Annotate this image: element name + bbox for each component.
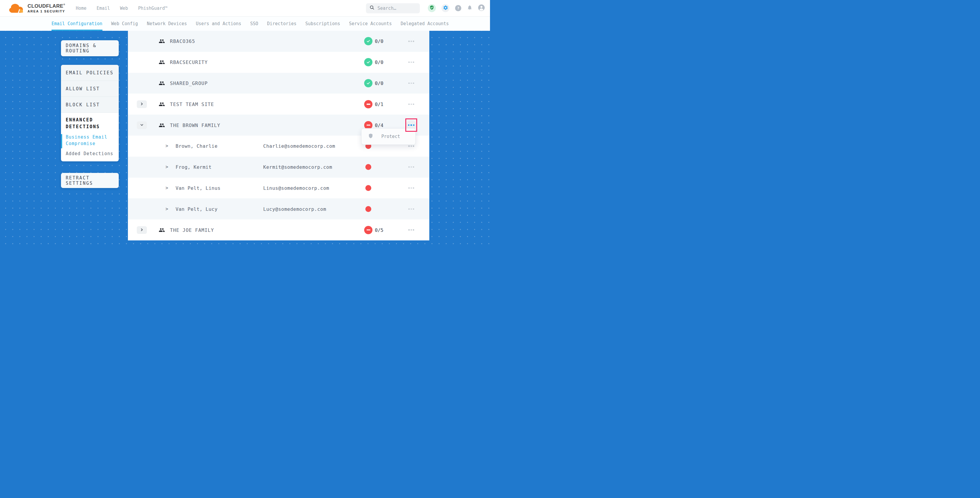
protected-count: 0/0 xyxy=(375,80,383,86)
brand-name: CLOUDFLARE® xyxy=(27,3,65,9)
registered-mark: ® xyxy=(64,3,65,6)
cloudflare-logo[interactable]: CLOUDFLARE® AREA 1 SECURITY xyxy=(9,3,67,14)
status-dot-icon xyxy=(365,206,371,212)
help-button[interactable]: ? xyxy=(455,5,461,11)
status-unprotected-icon xyxy=(364,226,372,234)
sidebar-item-domains-routing[interactable]: DOMAINS & ROUTING xyxy=(66,43,119,54)
secondary-nav: Email Configuration Web Config Network D… xyxy=(0,16,490,31)
group-name: RBACSECURITY xyxy=(170,59,208,65)
sidebar-item-enhanced-detections[interactable]: ENHANCED DETECTIONS xyxy=(66,117,114,130)
expand-row-button[interactable] xyxy=(137,100,147,108)
search-box[interactable] xyxy=(366,3,420,13)
row-menu-button[interactable] xyxy=(406,36,417,46)
nav-email[interactable]: Email xyxy=(97,6,110,11)
sidebar-card-domains-routing[interactable]: DOMAINS & ROUTING xyxy=(61,40,119,56)
directory-table: RBACO365 0/0 RBACSECURITY 0/0 SHARED_GRO… xyxy=(128,31,429,240)
table-row: SHARED_GROUP 0/0 xyxy=(128,73,429,94)
sidebar-item-email-policies[interactable]: EMAIL POLICIES xyxy=(61,65,119,81)
collapse-row-button[interactable] xyxy=(137,121,147,129)
chevron-down-icon xyxy=(140,123,143,127)
status-dot-icon xyxy=(365,164,371,170)
gear-icon xyxy=(443,5,448,11)
sidebar-item-allow-list[interactable]: ALLOW LIST xyxy=(61,81,119,97)
row-menu-button[interactable] xyxy=(406,183,417,193)
user-row-chevron: > xyxy=(165,185,168,191)
table-row: THE JOE FAMILY 0/5 xyxy=(128,220,429,240)
group-name: RBACO365 xyxy=(170,38,195,44)
table-row: RBACSECURITY 0/0 xyxy=(128,52,429,73)
tab-subscriptions[interactable]: Subscriptions xyxy=(305,17,340,31)
chevron-right-icon xyxy=(140,228,143,232)
protected-count: 0/5 xyxy=(375,227,383,233)
sidebar-item-retract-settings[interactable]: RETRACT SETTINGS xyxy=(66,175,119,186)
sidebar-card-policies: EMAIL POLICIES ALLOW LIST BLOCK LIST ENH… xyxy=(61,65,119,161)
row-menu-button[interactable] xyxy=(406,57,417,67)
sidebar-item-business-email-compromise[interactable]: Business Email Compromise xyxy=(66,134,114,147)
nav-web[interactable]: Web xyxy=(120,6,128,11)
user-email: Linus@somedemocorp.com xyxy=(263,185,329,191)
user-email: Charlie@somedemocorp.com xyxy=(263,143,335,149)
row-menu-button[interactable] xyxy=(406,78,417,89)
user-avatar-icon xyxy=(478,5,485,12)
nav-home[interactable]: Home xyxy=(76,6,86,11)
status-dot-icon xyxy=(365,185,371,191)
row-menu-button[interactable] xyxy=(406,204,417,214)
status-unprotected-icon xyxy=(364,100,372,108)
group-name: THE JOE FAMILY xyxy=(170,227,214,233)
tab-sso[interactable]: SSO xyxy=(250,17,258,31)
status-protected-icon xyxy=(364,58,372,66)
table-row: RBACO365 0/0 xyxy=(128,31,429,52)
protected-count: 0/0 xyxy=(375,38,383,44)
sidebar-card-retract-settings[interactable]: RETRACT SETTINGS xyxy=(61,173,119,188)
app-header: CLOUDFLARE® AREA 1 SECURITY Home Email W… xyxy=(0,0,490,16)
row-menu-button[interactable] xyxy=(406,99,417,110)
group-icon xyxy=(159,80,165,86)
table-row: > Frog, Kermit Kermit@somedemocorp.com xyxy=(128,157,429,178)
group-icon xyxy=(159,59,165,65)
user-row-chevron: > xyxy=(165,206,168,212)
tab-users-and-actions[interactable]: Users and Actions xyxy=(196,17,241,31)
table-row: > Van Pelt, Linus Linus@somedemocorp.com xyxy=(128,178,429,199)
status-protected-icon xyxy=(364,37,372,45)
group-icon xyxy=(159,38,165,45)
group-name: TEST TEAM SITE xyxy=(170,101,214,107)
tab-web-config[interactable]: Web Config xyxy=(111,17,138,31)
user-name: Brown, Charlie xyxy=(176,143,218,149)
tab-email-configuration[interactable]: Email Configuration xyxy=(51,17,102,31)
status-protected-icon xyxy=(364,79,372,88)
table-row: > Van Pelt, Lucy Lucy@somedemocorp.com xyxy=(128,198,429,220)
nav-phishguard[interactable]: PhishGuard™ xyxy=(138,6,167,11)
tab-network-devices[interactable]: Network Devices xyxy=(147,17,187,31)
active-item-indicator xyxy=(61,134,62,148)
top-nav: Home Email Web PhishGuard™ xyxy=(76,6,167,11)
question-mark-icon: ? xyxy=(457,6,459,10)
sidebar-item-block-list[interactable]: BLOCK LIST xyxy=(61,97,119,113)
tab-directories[interactable]: Directories xyxy=(267,17,296,31)
sidebar-item-added-detections[interactable]: Added Detections xyxy=(66,150,114,157)
user-name: Van Pelt, Lucy xyxy=(176,206,218,212)
protected-count: 0/4 xyxy=(375,122,383,128)
menu-item-protect[interactable]: Protect xyxy=(381,134,400,139)
tab-service-accounts[interactable]: Service Accounts xyxy=(349,17,392,31)
tab-delegated-accounts[interactable]: Delegated Accounts xyxy=(401,17,449,31)
search-icon xyxy=(369,5,374,11)
row-menu-button[interactable] xyxy=(406,162,417,172)
brand-subtitle: AREA 1 SECURITY xyxy=(27,10,65,13)
settings-button[interactable] xyxy=(441,4,449,12)
header-actions: ? xyxy=(366,3,490,13)
search-input[interactable] xyxy=(377,6,416,11)
notifications-button[interactable] xyxy=(467,5,473,11)
user-email: Kermit@somedemocorp.com xyxy=(263,164,332,170)
app-root: CLOUDFLARE® AREA 1 SECURITY Home Email W… xyxy=(0,0,490,249)
user-name: Van Pelt, Linus xyxy=(176,185,221,191)
group-name: SHARED_GROUP xyxy=(170,80,208,86)
group-icon xyxy=(159,122,165,128)
group-icon xyxy=(159,227,165,233)
table-row: TEST TEAM SITE 0/1 xyxy=(128,94,429,115)
account-button[interactable] xyxy=(478,5,485,12)
expand-row-button[interactable] xyxy=(137,226,147,234)
protection-status-button[interactable] xyxy=(428,4,436,12)
content-area: DOMAINS & ROUTING EMAIL POLICIES ALLOW L… xyxy=(0,31,490,249)
chevron-right-icon xyxy=(140,102,143,106)
row-menu-button[interactable] xyxy=(406,225,417,235)
